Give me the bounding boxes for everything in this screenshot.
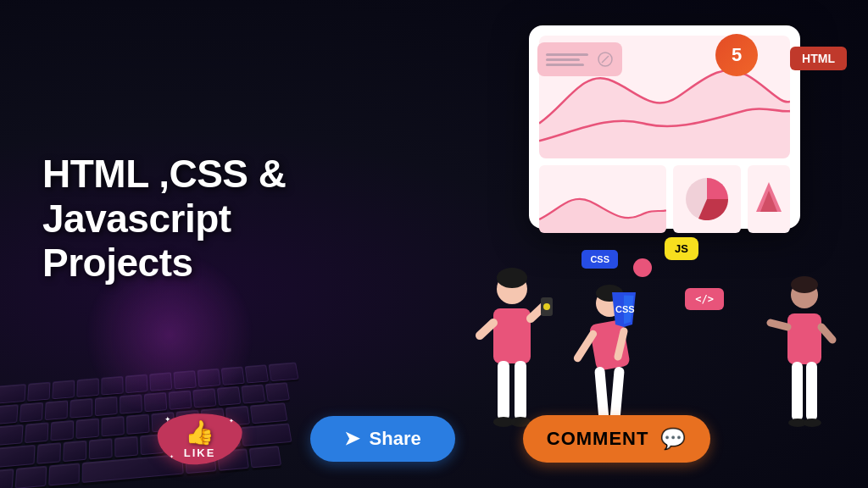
share-button[interactable]: ➤ Share — [310, 416, 455, 462]
svg-line-1 — [602, 56, 609, 63]
thumbs-up-icon: 👍 — [185, 419, 214, 446]
like-label: LIKE — [184, 446, 216, 459]
title-line2: Javascript Projects — [42, 197, 231, 286]
svg-point-9 — [497, 268, 527, 288]
main-title: HTML ,CSS & Javascript Projects — [42, 152, 331, 286]
svg-line-32 — [821, 327, 832, 340]
triangle-chart — [748, 165, 790, 233]
svg-rect-30 — [787, 313, 821, 364]
svg-point-29 — [791, 276, 818, 293]
chart-row — [539, 165, 790, 233]
doc-badge — [537, 42, 622, 76]
html-text-badge: HTML — [790, 47, 847, 70]
pink-dot — [633, 258, 652, 277]
svg-rect-33 — [792, 362, 803, 421]
svg-point-18 — [543, 303, 550, 310]
person-left — [470, 268, 554, 437]
svg-line-31 — [771, 323, 787, 327]
svg-rect-14 — [498, 361, 509, 420]
share-label: Share — [370, 428, 421, 450]
svg-rect-15 — [515, 361, 526, 420]
code-badge: </> — [685, 288, 724, 310]
html5-badge: 5 — [715, 34, 758, 76]
title-line1: HTML ,CSS & — [42, 152, 287, 196]
css-badge: CSS — [581, 250, 618, 269]
share-icon: ➤ — [344, 428, 359, 450]
bottom-bar: ✦ ✦ ✦ 👍 LIKE ➤ Share COMMENT 💬 — [0, 413, 868, 464]
like-button[interactable]: ✦ ✦ ✦ 👍 LIKE — [158, 413, 242, 464]
like-content: 👍 LIKE — [184, 419, 216, 459]
css3-badge: CSS — [600, 288, 648, 340]
js-badge: JS — [665, 237, 698, 260]
small-chart — [539, 165, 666, 233]
comment-label: COMMENT — [547, 428, 649, 450]
svg-rect-10 — [493, 308, 531, 363]
comment-button[interactable]: COMMENT 💬 — [523, 415, 711, 463]
pie-chart — [673, 165, 741, 233]
comment-bubble-icon: 💬 — [660, 427, 687, 451]
svg-text:CSS: CSS — [615, 304, 635, 314]
svg-line-13 — [480, 323, 493, 336]
svg-rect-34 — [806, 362, 817, 421]
